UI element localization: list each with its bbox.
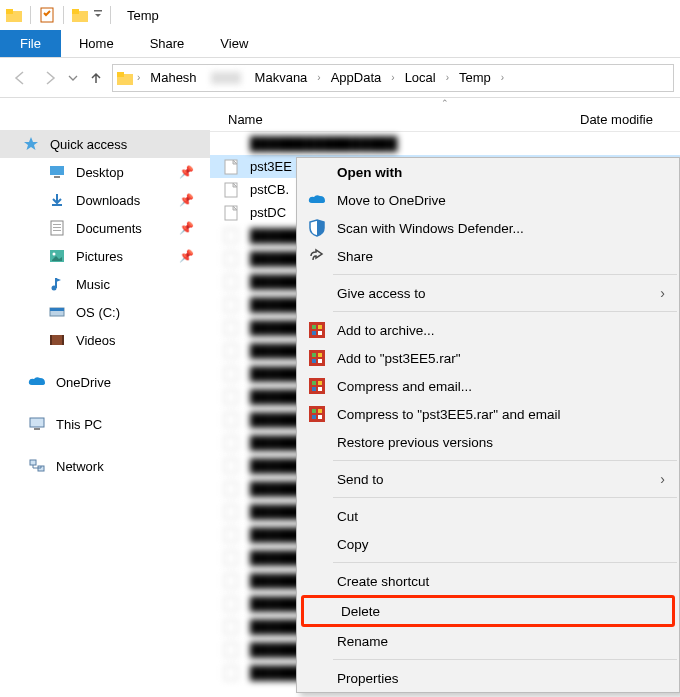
history-dropdown[interactable]	[66, 64, 80, 92]
ctx-open-with[interactable]: Open with	[297, 158, 679, 186]
sidebar-item-downloads[interactable]: Downloads 📌	[0, 186, 210, 214]
column-name[interactable]: Name	[228, 112, 580, 127]
sidebar-item-pictures[interactable]: Pictures 📌	[0, 242, 210, 270]
tab-label: View	[220, 36, 248, 51]
svg-rect-65	[309, 406, 325, 422]
chevron-right-icon[interactable]: ›	[315, 72, 322, 83]
blank-icon	[307, 283, 327, 303]
svg-rect-44	[225, 551, 237, 565]
breadcrumb-item[interactable]	[205, 72, 247, 84]
separator	[333, 497, 677, 498]
ctx-label: Add to "pst3EE5.rar"	[337, 351, 679, 366]
sidebar-label: OS (C:)	[76, 305, 120, 320]
breadcrumb-item[interactable]: Mahesh	[144, 70, 202, 85]
ctx-add-archive[interactable]: Add to archive...	[297, 316, 679, 344]
chevron-right-icon[interactable]: ›	[444, 72, 451, 83]
file-icon	[222, 204, 240, 222]
file-icon	[222, 227, 240, 245]
blank-icon	[307, 432, 327, 452]
svg-rect-67	[318, 409, 322, 413]
chevron-right-icon[interactable]: ›	[389, 72, 396, 83]
crumb-label: Temp	[459, 70, 491, 85]
ctx-add-rar[interactable]: Add to "pst3EE5.rar"	[297, 344, 679, 372]
sidebar-label: Videos	[76, 333, 116, 348]
file-icon	[222, 273, 240, 291]
svg-rect-57	[318, 353, 322, 357]
ctx-delete[interactable]: Delete	[301, 595, 675, 627]
tab-home[interactable]: Home	[61, 30, 132, 57]
video-icon	[48, 331, 66, 349]
qat-dropdown-icon[interactable]	[92, 5, 104, 25]
sidebar-onedrive[interactable]: OneDrive	[0, 368, 210, 396]
file-icon	[222, 480, 240, 498]
sidebar-item-desktop[interactable]: Desktop 📌	[0, 158, 210, 186]
chevron-right-icon[interactable]: ›	[135, 72, 142, 83]
ctx-defender[interactable]: Scan with Windows Defender...	[297, 214, 679, 242]
separator	[63, 6, 64, 24]
blank-icon	[307, 571, 327, 591]
ctx-rename[interactable]: Rename	[297, 627, 679, 655]
ctx-label: Delete	[341, 604, 672, 619]
file-icon	[222, 549, 240, 567]
svg-rect-12	[53, 224, 61, 225]
ctx-cut[interactable]: Cut	[297, 502, 679, 530]
svg-rect-38	[225, 413, 237, 427]
pin-icon: 📌	[179, 165, 194, 179]
chevron-right-icon[interactable]: ›	[499, 72, 506, 83]
ctx-create-shortcut[interactable]: Create shortcut	[297, 567, 679, 595]
ctx-send-to[interactable]: Send to ›	[297, 465, 679, 493]
file-icon	[222, 618, 240, 636]
ctx-share[interactable]: Share	[297, 242, 679, 270]
sidebar-quick-access[interactable]: Quick access	[0, 130, 210, 158]
folder-icon	[4, 5, 24, 25]
column-headers: Name Date modifie	[210, 108, 680, 132]
sidebar-item-os[interactable]: OS (C:)	[0, 298, 210, 326]
file-row[interactable]: ████████████████	[210, 132, 680, 155]
star-icon	[22, 135, 40, 153]
crumb-label: Makvana	[255, 70, 308, 85]
svg-rect-13	[53, 227, 61, 228]
forward-button[interactable]	[36, 64, 64, 92]
back-button[interactable]	[6, 64, 34, 92]
column-date[interactable]: Date modifie	[580, 112, 680, 127]
svg-rect-47	[225, 620, 237, 634]
file-name: pstDC	[250, 205, 286, 220]
ctx-copy[interactable]: Copy	[297, 530, 679, 558]
file-icon	[222, 296, 240, 314]
properties-qat-icon[interactable]	[37, 5, 57, 25]
ctx-compress-email[interactable]: Compress and email...	[297, 372, 679, 400]
ctx-compress-rar-email[interactable]: Compress to "pst3EE5.rar" and email	[297, 400, 679, 428]
svg-rect-66	[312, 409, 316, 413]
sidebar-item-videos[interactable]: Videos	[0, 326, 210, 354]
drive-icon	[48, 303, 66, 321]
file-icon	[222, 641, 240, 659]
sidebar-item-music[interactable]: Music	[0, 270, 210, 298]
file-tab[interactable]: File	[0, 30, 61, 57]
ctx-label: Send to	[337, 472, 679, 487]
svg-rect-32	[225, 275, 237, 289]
ctx-move-onedrive[interactable]: Move to OneDrive	[297, 186, 679, 214]
ctx-give-access[interactable]: Give access to ›	[297, 279, 679, 307]
tab-view[interactable]: View	[202, 30, 266, 57]
svg-rect-68	[312, 415, 316, 419]
crumb-label: AppData	[331, 70, 382, 85]
breadcrumb-item[interactable]: Temp	[453, 70, 497, 85]
breadcrumb-item[interactable]: Makvana	[249, 70, 314, 85]
ctx-restore[interactable]: Restore previous versions	[297, 428, 679, 456]
chevron-right-icon: ›	[660, 285, 665, 301]
sidebar-item-documents[interactable]: Documents 📌	[0, 214, 210, 242]
breadcrumb-item[interactable]: AppData	[325, 70, 388, 85]
ctx-label: Copy	[337, 537, 679, 552]
file-icon	[222, 158, 240, 176]
chevron-up-icon[interactable]: ⌃	[210, 98, 680, 108]
column-label: Date modifie	[580, 112, 653, 127]
svg-rect-56	[312, 353, 316, 357]
breadcrumb-item[interactable]: Local	[399, 70, 442, 85]
address-bar[interactable]: › Mahesh Makvana › AppData › Local › Tem…	[112, 64, 674, 92]
sidebar-thispc[interactable]: This PC	[0, 410, 210, 438]
ctx-properties[interactable]: Properties	[297, 664, 679, 692]
sidebar-network[interactable]: Network	[0, 452, 210, 480]
tab-share[interactable]: Share	[132, 30, 203, 57]
up-button[interactable]	[82, 64, 110, 92]
file-icon	[222, 342, 240, 360]
